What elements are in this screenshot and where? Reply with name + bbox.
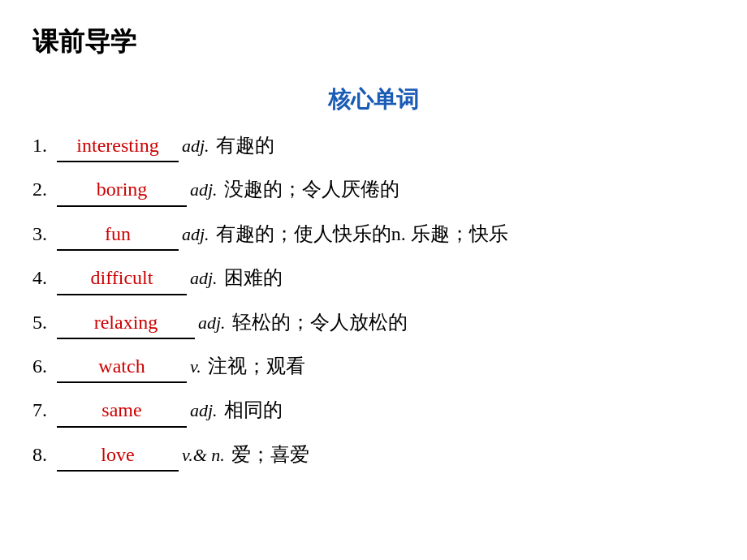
vocab-word: difficult (57, 262, 187, 295)
vocab-item: 4. difficult adj. 困难的 (32, 262, 715, 295)
vocab-meaning: 有趣的 (216, 130, 274, 161)
vocab-pos: adj. (190, 264, 218, 292)
vocab-word: fun (57, 218, 179, 251)
page-container: 课前导学 核心单词 1. interesting adj. 有趣的 2. bor… (0, 0, 747, 560)
vocab-meaning: 有趣的；使人快乐的n. 乐趣；快乐 (216, 218, 508, 249)
vocab-number: 5. (32, 307, 57, 338)
vocab-word: same (57, 394, 187, 427)
vocab-meaning: 困难的 (224, 262, 283, 293)
vocab-word: watch (57, 351, 187, 383)
vocab-pos: adj. (182, 220, 209, 248)
vocab-item: 3. fun adj. 有趣的；使人快乐的n. 乐趣；快乐 (32, 218, 715, 251)
vocab-item: 7. same adj. 相同的 (32, 394, 715, 427)
vocab-word: boring (57, 174, 187, 206)
vocab-item: 8. love v.& n. 爱；喜爱 (32, 439, 715, 472)
vocab-word: relaxing (57, 307, 195, 339)
vocab-list: 1. interesting adj. 有趣的 2. boring adj. 没… (32, 130, 715, 472)
vocab-word: love (57, 439, 179, 472)
vocab-word: interesting (57, 130, 179, 162)
vocab-number: 4. (32, 262, 57, 293)
vocab-pos: v. (190, 352, 201, 381)
vocab-meaning: 轻松的；令人放松的 (232, 307, 408, 338)
vocab-meaning: 注视；观看 (208, 351, 305, 381)
vocab-meaning: 爱；喜爱 (231, 439, 309, 470)
vocab-number: 1. (32, 130, 57, 161)
vocab-meaning: 相同的 (224, 394, 283, 425)
page-title: 课前导学 (32, 24, 715, 60)
vocab-number: 6. (32, 351, 57, 381)
vocab-pos: adj. (190, 175, 218, 204)
vocab-number: 2. (32, 174, 57, 205)
vocab-item: 6. watch v. 注视；观看 (32, 351, 715, 383)
vocab-meaning: 没趣的；令人厌倦的 (224, 174, 399, 205)
vocab-item: 2. boring adj. 没趣的；令人厌倦的 (32, 174, 715, 206)
vocab-item: 5. relaxing adj. 轻松的；令人放松的 (32, 307, 715, 339)
section-title: 核心单词 (32, 84, 715, 115)
vocab-pos: adj. (198, 308, 226, 337)
vocab-pos: adj. (190, 396, 218, 424)
vocab-pos: v.& n. (182, 441, 225, 469)
vocab-number: 3. (32, 218, 57, 249)
vocab-number: 8. (32, 439, 57, 470)
vocab-number: 7. (32, 394, 57, 425)
vocab-pos: adj. (182, 131, 209, 160)
vocab-item: 1. interesting adj. 有趣的 (32, 130, 715, 162)
